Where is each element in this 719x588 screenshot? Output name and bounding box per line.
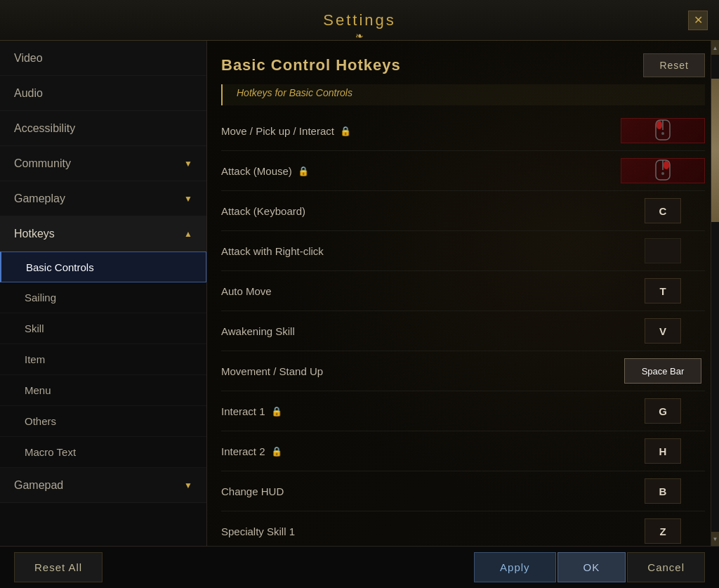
hotkey-row-auto-move: Auto Move T bbox=[221, 271, 705, 311]
hotkey-label-text: Movement / Stand Up bbox=[221, 365, 323, 377]
hotkey-label: Interact 1 🔒 bbox=[221, 405, 282, 417]
hotkey-label-text: Interact 1 bbox=[221, 405, 265, 417]
title-decoration bbox=[338, 33, 381, 39]
key-button[interactable] bbox=[645, 238, 681, 263]
sidebar-item-label: Hotkeys bbox=[14, 228, 55, 240]
sidebar-sub-item-label: Skill bbox=[25, 322, 44, 334]
title-bar: Settings ✕ bbox=[0, 0, 719, 41]
key-button[interactable]: C bbox=[645, 198, 681, 223]
sidebar-sub-item-sailing[interactable]: Sailing bbox=[0, 282, 206, 313]
key-button[interactable]: T bbox=[645, 278, 681, 303]
sidebar-item-label: Accessibility bbox=[14, 122, 75, 135]
ok-button[interactable]: OK bbox=[558, 552, 626, 582]
cancel-button[interactable]: Cancel bbox=[627, 552, 705, 582]
chevron-down-icon: ▼ bbox=[184, 481, 192, 490]
hotkey-label-text: Change HUD bbox=[221, 485, 284, 497]
key-button[interactable]: G bbox=[645, 398, 681, 424]
hotkey-label: Move / Pick up / Interact 🔒 bbox=[221, 125, 351, 137]
hotkey-label: Auto Move bbox=[221, 285, 272, 297]
hotkey-binding[interactable] bbox=[621, 118, 705, 143]
svg-rect-6 bbox=[664, 161, 669, 169]
sidebar-sub-item-skill[interactable]: Skill bbox=[0, 313, 206, 344]
content-inner: Basic Control Hotkeys Reset Hotkeys for … bbox=[207, 41, 719, 546]
key-button[interactable]: V bbox=[645, 318, 681, 344]
svg-point-3 bbox=[661, 132, 664, 135]
hotkey-label-text: Awakening Skill bbox=[221, 325, 295, 337]
svg-point-7 bbox=[661, 172, 664, 175]
apply-button[interactable]: Apply bbox=[474, 552, 556, 582]
hotkey-binding[interactable]: C bbox=[621, 198, 705, 223]
hotkey-label: Attack (Keyboard) bbox=[221, 205, 305, 217]
sidebar: Video Audio Accessibility Community ▼ Ga… bbox=[0, 41, 207, 546]
lock-icon: 🔒 bbox=[298, 166, 309, 176]
sidebar-item-label: Community bbox=[14, 157, 71, 170]
sidebar-sub-item-macro-text[interactable]: Macro Text bbox=[0, 437, 206, 468]
sidebar-item-community[interactable]: Community ▼ bbox=[0, 146, 206, 181]
hotkey-binding[interactable]: Space Bar bbox=[621, 358, 705, 384]
hotkey-row-movement-stand-up: Movement / Stand Up Space Bar bbox=[221, 351, 705, 391]
hotkey-binding[interactable]: T bbox=[621, 278, 705, 303]
hotkey-row-attack-rightclick: Attack with Right-click bbox=[221, 231, 705, 271]
hotkey-label-text: Auto Move bbox=[221, 285, 272, 297]
content-area: Basic Control Hotkeys Reset Hotkeys for … bbox=[207, 41, 719, 546]
spacebar-key-button[interactable]: Space Bar bbox=[624, 358, 701, 384]
hotkey-binding[interactable] bbox=[621, 238, 705, 263]
hotkey-label: Change HUD bbox=[221, 485, 284, 497]
hotkey-label: Awakening Skill bbox=[221, 325, 295, 337]
sidebar-item-accessibility[interactable]: Accessibility bbox=[0, 111, 206, 146]
hotkey-label-text: Move / Pick up / Interact bbox=[221, 125, 334, 137]
key-button[interactable] bbox=[621, 118, 705, 143]
mouse-left-icon bbox=[655, 119, 671, 142]
reset-all-button[interactable]: Reset All bbox=[14, 552, 103, 582]
lock-icon: 🔒 bbox=[340, 126, 351, 136]
hotkey-row-move-pick-interact: Move / Pick up / Interact 🔒 bbox=[221, 111, 705, 151]
sidebar-item-label: Gameplay bbox=[14, 192, 65, 205]
hotkey-label-text: Attack (Mouse) bbox=[221, 165, 292, 177]
lock-icon: 🔒 bbox=[271, 446, 282, 457]
hotkey-row-interact2: Interact 2 🔒 H bbox=[221, 431, 705, 471]
sidebar-sub-item-label: Menu bbox=[25, 384, 51, 396]
chevron-down-icon: ▼ bbox=[184, 194, 192, 204]
reset-button[interactable]: Reset bbox=[643, 53, 705, 77]
sidebar-item-video[interactable]: Video bbox=[0, 41, 206, 76]
hotkey-binding[interactable]: Z bbox=[621, 518, 705, 544]
key-button[interactable]: H bbox=[645, 438, 681, 464]
hotkey-binding[interactable]: V bbox=[621, 318, 705, 344]
sidebar-sub-item-label: Sailing bbox=[25, 292, 56, 303]
hotkey-row-awakening-skill: Awakening Skill V bbox=[221, 311, 705, 351]
key-button[interactable]: B bbox=[645, 478, 681, 504]
svg-rect-2 bbox=[657, 121, 662, 129]
hotkey-binding[interactable]: B bbox=[621, 478, 705, 504]
sidebar-sub-item-others[interactable]: Others bbox=[0, 406, 206, 437]
hotkey-binding[interactable]: G bbox=[621, 398, 705, 424]
sidebar-item-label: Video bbox=[14, 52, 43, 65]
key-button[interactable] bbox=[621, 158, 705, 183]
hotkeys-list: Move / Pick up / Interact 🔒 bbox=[207, 111, 719, 546]
hotkey-label-text: Attack (Keyboard) bbox=[221, 205, 305, 217]
content-subtitle: Hotkeys for Basic Controls bbox=[221, 84, 705, 105]
hotkey-label: Attack (Mouse) 🔒 bbox=[221, 165, 309, 177]
hotkey-binding[interactable] bbox=[621, 158, 705, 183]
hotkey-label: Specialty Skill 1 bbox=[221, 525, 295, 537]
hotkey-binding[interactable]: H bbox=[621, 438, 705, 464]
bottom-bar: Reset All Apply OK Cancel bbox=[0, 546, 719, 588]
sidebar-item-label: Gamepad bbox=[14, 479, 63, 492]
hotkey-row-attack-mouse: Attack (Mouse) 🔒 bbox=[221, 151, 705, 191]
hotkey-label: Interact 2 🔒 bbox=[221, 445, 282, 457]
content-title: Basic Control Hotkeys bbox=[221, 56, 401, 74]
key-button[interactable]: Z bbox=[645, 518, 681, 544]
sidebar-sub-item-basic-controls[interactable]: Basic Controls bbox=[0, 251, 206, 282]
content-header: Basic Control Hotkeys Reset bbox=[207, 41, 719, 84]
hotkey-row-attack-keyboard: Attack (Keyboard) C bbox=[221, 191, 705, 231]
close-button[interactable]: ✕ bbox=[688, 11, 708, 30]
hotkey-label-text: Specialty Skill 1 bbox=[221, 525, 295, 537]
sidebar-item-hotkeys[interactable]: Hotkeys ▲ bbox=[0, 216, 206, 251]
sidebar-sub-item-label: Macro Text bbox=[25, 446, 76, 458]
sidebar-sub-item-menu[interactable]: Menu bbox=[0, 375, 206, 406]
hotkey-label: Attack with Right-click bbox=[221, 245, 324, 257]
sidebar-sub-item-item[interactable]: Item bbox=[0, 344, 206, 375]
sidebar-item-gamepad[interactable]: Gamepad ▼ bbox=[0, 468, 206, 503]
sidebar-item-audio[interactable]: Audio bbox=[0, 76, 206, 111]
sidebar-item-label: Audio bbox=[14, 87, 43, 100]
sidebar-item-gameplay[interactable]: Gameplay ▼ bbox=[0, 181, 206, 216]
